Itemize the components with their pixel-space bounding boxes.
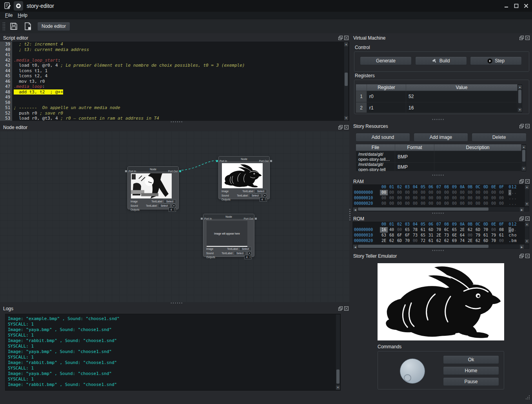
new-document-button[interactable] bbox=[22, 21, 33, 32]
file-cell[interactable]: /mnt/data/git/open-story-tell… bbox=[356, 151, 395, 163]
register-column-header[interactable]: Register bbox=[367, 84, 406, 91]
outputs-spinner[interactable]: 4▲▼ bbox=[169, 207, 176, 212]
horizontal-splitter[interactable] bbox=[432, 118, 444, 121]
port-out[interactable] bbox=[270, 160, 272, 162]
register-row[interactable]: 1r052 bbox=[356, 91, 517, 102]
float-panel-icon[interactable] bbox=[519, 217, 524, 221]
float-panel-icon[interactable] bbox=[519, 36, 524, 40]
window-resize-grip[interactable] bbox=[525, 395, 530, 402]
rom-horizontal-scrollbar[interactable]: ◀ ▶ bbox=[352, 244, 529, 249]
code-line: 48 add t3, t2 ; @++ bbox=[0, 89, 349, 95]
rom-vertical-scrollbar[interactable]: ▲ ▼ bbox=[525, 222, 529, 244]
log-output[interactable]: Image: "example.bmp" , Sound: "choose1.s… bbox=[5, 314, 341, 391]
graph-node[interactable]: NodePort InPort OutImageTextLabelSelectS… bbox=[127, 166, 179, 209]
minimize-button[interactable] bbox=[502, 2, 511, 10]
hex-row: 0000000000000000000000000000000000000000… bbox=[352, 190, 525, 195]
horizontal-splitter[interactable] bbox=[170, 302, 183, 304]
format-column-header[interactable]: Format bbox=[395, 144, 434, 151]
register-name-cell[interactable]: r0 bbox=[367, 91, 406, 102]
log-entry: SYSCALL: 1 bbox=[8, 333, 340, 338]
register-row[interactable]: 2r116 bbox=[356, 102, 517, 113]
graph-node[interactable]: NodePort InPort OutImageTextLabelSelectS… bbox=[218, 156, 270, 199]
port-in-label: Port In bbox=[220, 160, 227, 162]
code-line: 52 push r0 ; save r0 bbox=[0, 111, 349, 116]
graph-node[interactable]: NodePort InPort OutImage will appear her… bbox=[203, 214, 254, 257]
save-button[interactable] bbox=[8, 21, 19, 32]
close-panel-icon[interactable] bbox=[525, 217, 530, 221]
close-panel-icon[interactable] bbox=[525, 124, 530, 129]
select-button[interactable]: Select bbox=[239, 247, 252, 251]
ram-vertical-scrollbar[interactable]: ▲ ▼ bbox=[525, 184, 529, 207]
resource-row[interactable]: /mnt/data/git/open-story-tellBMP bbox=[356, 163, 521, 171]
description-cell[interactable] bbox=[434, 151, 521, 163]
register-value-cell[interactable]: 52 bbox=[406, 91, 517, 102]
float-panel-icon[interactable] bbox=[519, 179, 524, 184]
register-value-cell[interactable]: 16 bbox=[406, 102, 517, 113]
port-out[interactable] bbox=[179, 170, 181, 172]
add-sound-button[interactable]: Add sound bbox=[356, 133, 410, 142]
port-out[interactable] bbox=[255, 218, 257, 220]
logs-vertical-scrollbar[interactable]: ▼ bbox=[336, 314, 340, 390]
script-code-editor[interactable]: 39 ; t2: increment 440 ; t3: current med… bbox=[0, 42, 349, 121]
node-editor-toggle-button[interactable]: Node editor bbox=[37, 22, 70, 31]
close-panel-icon[interactable] bbox=[525, 36, 530, 40]
delete-button[interactable]: Delete bbox=[472, 133, 527, 142]
port-out-label: Port Out bbox=[244, 217, 253, 220]
float-panel-icon[interactable] bbox=[338, 36, 343, 40]
vertical-splitter[interactable] bbox=[349, 208, 351, 221]
ram-horizontal-scrollbar[interactable]: ◀ ▶ bbox=[352, 207, 529, 211]
ok-button[interactable]: Ok bbox=[443, 355, 499, 364]
horizontal-splitter[interactable] bbox=[432, 249, 444, 252]
toolbar-drag-handle[interactable] bbox=[2, 22, 5, 31]
step-button[interactable]: Step bbox=[470, 56, 522, 65]
add-image-button[interactable]: Add image bbox=[414, 133, 468, 142]
code-line: 44 lcons t1, 1 bbox=[0, 68, 349, 74]
log-entry: Image: "yaya.bmp" , Sound: "choose1.snd" bbox=[8, 327, 340, 333]
format-cell[interactable]: BMP bbox=[395, 151, 434, 163]
horizontal-splitter[interactable] bbox=[432, 212, 444, 215]
registers-vertical-scrollbar[interactable]: ▲ ▼ bbox=[517, 84, 522, 113]
generate-button[interactable]: Generate bbox=[360, 56, 412, 65]
select-button[interactable]: Select bbox=[254, 189, 267, 193]
pause-button[interactable]: Pause bbox=[443, 377, 499, 386]
rom-hex-grid[interactable]: 000102030405060708090A0B0C0D0E0F01200000… bbox=[352, 222, 525, 244]
close-panel-icon[interactable] bbox=[344, 36, 349, 40]
close-panel-icon[interactable] bbox=[525, 254, 530, 258]
description-cell[interactable] bbox=[434, 163, 521, 171]
float-panel-icon[interactable] bbox=[519, 254, 524, 258]
build-button[interactable]: Build bbox=[415, 56, 467, 65]
file-cell[interactable]: /mnt/data/git/open-story-tell bbox=[356, 163, 395, 171]
outputs-spinner[interactable]: 4▲▼ bbox=[244, 255, 252, 259]
horizontal-splitter[interactable] bbox=[170, 121, 183, 123]
outputs-spinner[interactable]: 4▲▼ bbox=[260, 197, 267, 202]
menu-file[interactable]: File bbox=[5, 13, 13, 18]
resources-vertical-scrollbar[interactable]: ▲ ▼ bbox=[521, 144, 526, 171]
node-graph-canvas[interactable]: NodePort InPort OutImageTextLabelSelectS… bbox=[0, 131, 349, 302]
value-column-header[interactable]: Value bbox=[406, 84, 517, 91]
jog-wheel-knob[interactable] bbox=[400, 359, 425, 384]
ram-hex-grid[interactable]: 000102030405060708090A0B0C0D0E0F01200000… bbox=[352, 184, 525, 207]
maximize-button[interactable] bbox=[512, 2, 521, 10]
code-line: 46 mov t3, r0 bbox=[0, 79, 349, 84]
description-column-header[interactable]: Description bbox=[434, 144, 521, 151]
home-button[interactable]: Home bbox=[443, 366, 499, 375]
file-column-header[interactable]: File bbox=[356, 144, 395, 151]
close-panel-icon[interactable] bbox=[344, 306, 349, 311]
script-editor-vertical-scrollbar[interactable]: ▲ ▼ bbox=[344, 42, 349, 121]
horizontal-splitter[interactable] bbox=[432, 174, 444, 177]
port-in[interactable] bbox=[201, 218, 203, 220]
select-button[interactable]: Select bbox=[163, 199, 176, 204]
close-button[interactable] bbox=[522, 2, 530, 10]
menu-help[interactable]: Help bbox=[18, 13, 27, 18]
format-cell[interactable]: BMP bbox=[395, 163, 434, 171]
close-panel-icon[interactable] bbox=[344, 125, 349, 130]
close-panel-icon[interactable] bbox=[525, 179, 530, 184]
float-panel-icon[interactable] bbox=[519, 124, 524, 129]
resource-row[interactable]: /mnt/data/git/open-story-tell…BMP bbox=[356, 151, 521, 163]
port-in[interactable] bbox=[125, 170, 127, 172]
float-panel-icon[interactable] bbox=[338, 125, 343, 130]
code-line: 45 lcons t2, 4 bbox=[0, 73, 349, 79]
float-panel-icon[interactable] bbox=[338, 306, 343, 311]
port-in[interactable] bbox=[216, 160, 218, 162]
register-name-cell[interactable]: r1 bbox=[367, 102, 406, 113]
